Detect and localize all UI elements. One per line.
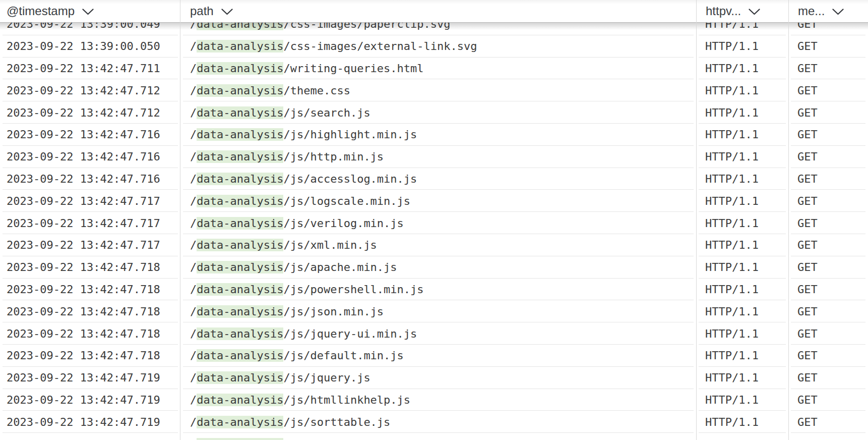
timestamp-value: 2023-09-22 13:42:47.719 xyxy=(7,394,160,406)
chevron-down-icon[interactable] xyxy=(221,9,233,15)
cell-timestamp: 2023-09-22 13:42:47.718 xyxy=(0,256,180,279)
cell-path: /data-analysis/js/jquery-ui.min.js xyxy=(180,322,696,345)
chevron-down-icon[interactable] xyxy=(832,9,844,15)
path-value: /data-analysis/js/htmllinkhelp.js xyxy=(190,394,410,406)
cell-path: /data-analysis/css-images/external-link.… xyxy=(180,35,696,58)
path-value: /data-analysis/js/verilog.min.js xyxy=(190,217,404,230)
method-value: GET xyxy=(797,106,818,119)
table-row[interactable]: 2023-09-22 13:42:47.719 /data-analysis/j… xyxy=(0,367,868,389)
httpversion-value: HTTP/1.1 xyxy=(705,371,759,384)
cell-method: GET xyxy=(788,190,868,212)
cell-method xyxy=(788,433,868,440)
table-row[interactable]: 2023-09-22 13:42:47.719 /data-analysis/j… xyxy=(0,411,868,433)
column-header-method[interactable]: me... xyxy=(788,0,868,22)
httpversion-value: HTTP/1.1 xyxy=(705,128,759,141)
cell-timestamp: 2023-09-22 13:42:47.718 xyxy=(0,322,180,345)
path-value: /data-analysis/js/sorttable.js xyxy=(190,416,390,428)
highlight-match: data-analysis xyxy=(197,283,283,296)
cell-httpversion: HTTP/1.1 xyxy=(696,124,788,146)
httpversion-value: HTTP/1.1 xyxy=(705,239,759,251)
cell-timestamp: 2023-09-22 13:42:47.719 xyxy=(0,367,180,389)
table-row[interactable]: 2023-09-22 13:42:47.716 /data-analysis/j… xyxy=(0,168,868,190)
timestamp-value: 2023-09-22 13:42:47.716 xyxy=(7,128,160,141)
table-row[interactable]: 2023-09-22 13:42:47.712 /data-analysis/t… xyxy=(0,79,868,101)
cell-method: GET xyxy=(788,367,868,389)
highlight-match: data-analysis xyxy=(197,394,283,406)
timestamp-value: 2023-09-22 13:42:47.716 xyxy=(7,150,160,163)
cell-httpversion: HTTP/1.1 xyxy=(696,35,788,58)
method-value: GET xyxy=(797,283,818,296)
cell-path: /data-analysis/writing-queries.html xyxy=(180,58,696,80)
method-value: GET xyxy=(797,394,818,406)
cell-path: /data-analysis/js/apache.min.js xyxy=(180,256,696,279)
table-row[interactable]: 2023-09-22 13:39:00.050 /data-analysis/c… xyxy=(0,35,868,58)
cell-method: GET xyxy=(788,389,868,411)
chevron-down-icon[interactable] xyxy=(82,9,94,15)
method-value: GET xyxy=(797,349,818,362)
cell-timestamp: 2023-09-22 13:42:47.716 xyxy=(0,124,180,146)
httpversion-value: HTTP/1.1 xyxy=(705,394,759,406)
timestamp-value: 2023-09-22 13:42:47.718 xyxy=(7,305,160,318)
cell-method: GET xyxy=(788,79,868,101)
column-header-httpversion[interactable]: httpv... xyxy=(696,0,788,22)
cell-httpversion: HTTP/1.1 xyxy=(696,411,788,433)
table-row[interactable]: 2023-09-22 13:42:47.716 /data-analysis/j… xyxy=(0,146,868,168)
cell-method: GET xyxy=(788,146,868,168)
cell-path: /data-analysis/js/accesslog.min.js xyxy=(180,168,696,190)
cell-path: /data-analysis/js/htmllinkhelp.js xyxy=(180,389,696,411)
cell-httpversion: HTTP/1.1 xyxy=(696,300,788,322)
column-header-method-label: me... xyxy=(798,4,825,18)
column-header-timestamp[interactable]: @timestamp xyxy=(0,0,180,22)
table-row[interactable]: 2023-09-22 13:42:47.719 /data-analysis/j… xyxy=(0,389,868,411)
table-row[interactable]: 2023-09-22 13:42:47.712 /data-analysis/j… xyxy=(0,101,868,124)
highlight-match: data-analysis xyxy=(197,327,283,340)
cell-path: /data-analysis/js/highlight.min.js xyxy=(180,124,696,146)
table-row[interactable]: 2023-09-22 13:42:47.718 /data-analysis/j… xyxy=(0,256,868,279)
cell-timestamp: 2023-09-22 13:42:47.712 xyxy=(0,101,180,124)
cell-timestamp xyxy=(0,433,180,440)
table-row[interactable]: 2023-09-22 13:42:47.718 /data-analysis/j… xyxy=(0,322,868,345)
table-row[interactable]: 2023-09-22 13:42:47.718 /data-analysis/j… xyxy=(0,345,868,367)
cell-method: GET xyxy=(788,101,868,124)
cell-timestamp: 2023-09-22 13:42:47.717 xyxy=(0,234,180,256)
path-value: /data-analysis/js/http.min.js xyxy=(190,150,384,163)
table-row[interactable]: 2023-09-22 13:42:47.711 /data-analysis/w… xyxy=(0,58,868,80)
timestamp-value: 2023-09-22 13:42:47.718 xyxy=(7,261,160,273)
method-value: GET xyxy=(797,305,818,318)
column-divider-httpversion-method xyxy=(788,0,789,440)
highlight-match: data-analysis xyxy=(197,261,283,273)
cell-path: /data-analysis/js/powershell.min.js xyxy=(180,279,696,301)
cell-method: GET xyxy=(788,168,868,190)
cell-path: /data-analysis/js/search.js xyxy=(180,101,696,124)
chevron-down-icon[interactable] xyxy=(749,9,760,15)
table-row[interactable]: 2023-09-22 13:42:47.718 /data-analysis/j… xyxy=(0,279,868,301)
method-value: GET xyxy=(797,239,818,251)
method-value: GET xyxy=(797,173,818,185)
timestamp-value: 2023-09-22 13:39:00.050 xyxy=(7,40,160,52)
timestamp-value: 2023-09-22 13:42:47.711 xyxy=(7,62,160,75)
timestamp-value: 2023-09-22 13:42:47.718 xyxy=(7,283,160,296)
cell-method: GET xyxy=(788,322,868,345)
cell-method: GET xyxy=(788,35,868,58)
cell-httpversion: HTTP/1.1 xyxy=(696,256,788,279)
method-value: GET xyxy=(797,62,818,75)
httpversion-value: HTTP/1.1 xyxy=(705,150,759,163)
table-row[interactable]: 2023-09-22 13:42:47.716 /data-analysis/j… xyxy=(0,124,868,146)
highlight-match: data-analysis xyxy=(197,349,283,362)
method-value: GET xyxy=(797,128,818,141)
table-row[interactable]: 2023-09-22 13:42:47.717 /data-analysis/j… xyxy=(0,212,868,234)
cell-method: GET xyxy=(788,124,868,146)
cell-httpversion: HTTP/1.1 xyxy=(696,79,788,101)
cell-httpversion: HTTP/1.1 xyxy=(696,322,788,345)
column-header-path[interactable]: path xyxy=(180,0,696,22)
table-row[interactable]: 2023-09-22 13:42:47.718 /data-analysis/j… xyxy=(0,300,868,322)
table-row[interactable]: /data-analysis xyxy=(0,433,868,440)
table-row[interactable]: 2023-09-22 13:42:47.717 /data-analysis/j… xyxy=(0,234,868,256)
cell-method: GET xyxy=(788,411,868,433)
cell-httpversion: HTTP/1.1 xyxy=(696,58,788,80)
cell-httpversion: HTTP/1.1 xyxy=(696,234,788,256)
path-value: /data-analysis/js/search.js xyxy=(190,106,370,119)
highlight-match: data-analysis xyxy=(197,128,283,141)
path-value: /data-analysis/theme.css xyxy=(190,84,350,97)
table-row[interactable]: 2023-09-22 13:42:47.717 /data-analysis/j… xyxy=(0,190,868,212)
